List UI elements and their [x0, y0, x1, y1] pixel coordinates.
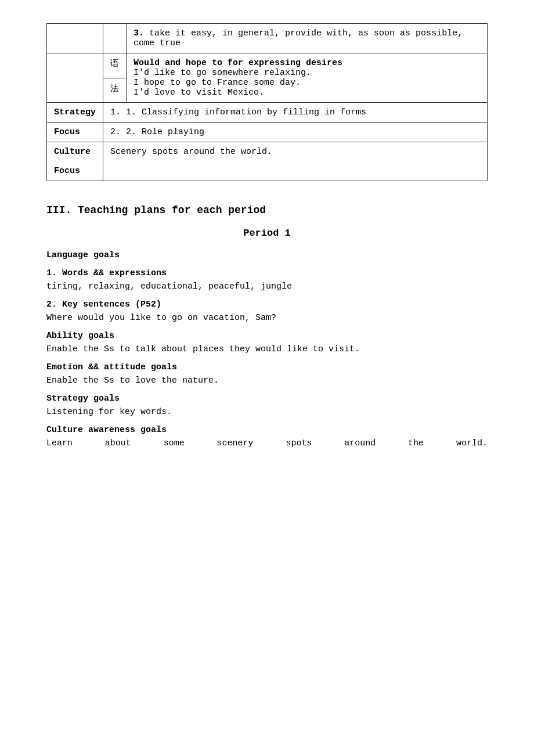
emotion-label: Emotion && attitude goals: [46, 362, 488, 372]
phrase-number: 3.: [134, 28, 144, 38]
grammar-line-1: I'd like to go somewhere relaxing.: [134, 68, 480, 78]
culture-focus-content: [103, 161, 488, 181]
ability-goals-label: Ability goals: [46, 331, 488, 341]
strategy-goals-text: Listening for key words.: [46, 407, 488, 417]
culture-focus-table-row: Focus: [47, 161, 488, 181]
focus-content: 2. 2. Role playing: [103, 123, 488, 142]
culture-word-4: scenery: [217, 438, 254, 448]
focus-label: Focus: [47, 123, 103, 142]
period1-heading: Period 1: [46, 228, 488, 239]
phrase-content-cell: 3. take it easy, in general, provide wit…: [127, 24, 488, 53]
table-row: 3. take it easy, in general, provide wit…: [47, 24, 488, 53]
page-content: 3. take it easy, in general, provide wit…: [46, 23, 488, 448]
strategy-table-row: Strategy 1. 1. Classifying information b…: [47, 103, 488, 123]
culture-word-7: the: [408, 438, 424, 448]
culture-word-2: about: [105, 438, 131, 448]
item2-text: Where would you like to go on vacation, …: [46, 313, 488, 323]
culture-word-6: around: [344, 438, 376, 448]
emotion-text: Enable the Ss to love the nature.: [46, 376, 488, 386]
zh-label-yu: 语: [103, 53, 127, 78]
phrase-text: take it easy, in general, provide with, …: [134, 28, 463, 48]
focus-table-row: Focus 2. 2. Role playing: [47, 123, 488, 142]
culture-label: Culture: [47, 142, 103, 162]
grammar-title: Would and hope to for expressing desires: [134, 58, 480, 68]
culture-word-3: some: [164, 438, 185, 448]
item2-label: 2. Key sentences (P52): [46, 300, 488, 309]
grammar-content: Would and hope to for expressing desires…: [127, 53, 488, 103]
culture-focus-label: Focus: [47, 161, 103, 181]
culture-word-8: world.: [456, 438, 488, 448]
ability-goals-text: Enable the Ss to talk about places they …: [46, 344, 488, 354]
culture-awareness-label: Culture awareness goals: [46, 425, 488, 435]
culture-table-row: Culture Scenery spots around the world.: [47, 142, 488, 162]
culture-word-5: spots: [286, 438, 312, 448]
grammar-table-row: 语 Would and hope to for expressing desir…: [47, 53, 488, 78]
culture-awareness-text: Learn about some scenery spots around th…: [46, 438, 488, 448]
grammar-line-3: I'd love to visit Mexico.: [134, 88, 480, 98]
item1-label: 1. Words && expressions: [46, 268, 488, 278]
grammar-line-2: I hope to go to France some day.: [134, 78, 480, 88]
zh-label-fa: 法: [103, 78, 127, 103]
strategy-goals-label: Strategy goals: [46, 394, 488, 404]
culture-content: Scenery spots around the world.: [103, 142, 488, 162]
language-goals-label: Language goals: [46, 250, 488, 260]
strategy-label: Strategy: [47, 103, 103, 123]
culture-word-1: Learn: [46, 438, 73, 448]
empty-label-cell: [47, 24, 103, 53]
strategy-content: 1. 1. Classifying information by filling…: [103, 103, 488, 123]
item1-text: tiring, relaxing, educational, peaceful,…: [46, 282, 488, 291]
empty-zh-cell: [103, 24, 127, 53]
content-table: 3. take it easy, in general, provide wit…: [46, 23, 488, 181]
section3-heading: III. Teaching plans for each period: [46, 204, 488, 216]
empty-label-grammar: [47, 53, 103, 103]
